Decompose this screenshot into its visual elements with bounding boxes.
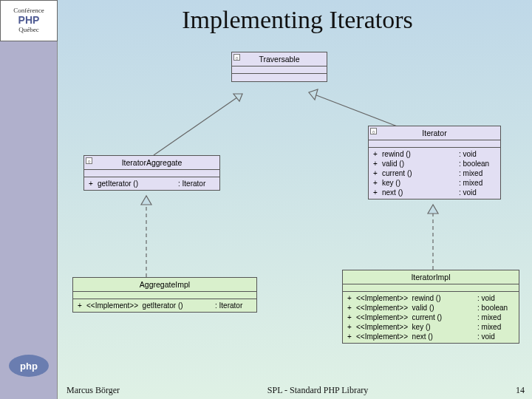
svg-marker-1 (309, 89, 318, 100)
uml-methods-aggregate-impl: + <<Implement>> getIterator () Iterator (73, 299, 256, 312)
pin-icon: ○ (233, 54, 240, 61)
uml-method-row: +<<Implement>> next ()void (346, 332, 516, 341)
uml-iterator-impl: IteratorImpl +<<Implement>> rewind ()voi… (342, 270, 519, 344)
uml-method-row: +<<Implement>> valid ()boolean (346, 303, 516, 313)
php-logo-icon: php (9, 355, 49, 377)
uml-methods-iterator: +rewind ()void +valid ()boolean +current… (369, 148, 500, 199)
uml-diagram: ○ Traversable ○ IteratorAggregate + getI… (58, 41, 532, 378)
php-logo-text: php (20, 361, 38, 372)
uml-method-row: +key ()mixed (372, 178, 497, 188)
slide-footer: Marcus Börger SPL - Standard PHP Library… (66, 385, 525, 396)
conference-bottom: Québec (18, 27, 38, 34)
svg-marker-3 (428, 205, 438, 214)
uml-method-row: +valid ()boolean (372, 159, 497, 168)
uml-method-row: +<<Implement>> key ()mixed (346, 322, 516, 332)
uml-iterator-aggregate: ○ IteratorAggregate + getIterator () Ite… (83, 155, 220, 191)
svg-marker-0 (233, 94, 242, 101)
sidebar: Conférence PHP Québec php (0, 0, 58, 399)
uml-name: Traversable (259, 55, 299, 64)
uml-name: IteratorAggregate (122, 158, 183, 167)
uml-method-row: +<<Implement>> current ()mixed (346, 313, 516, 322)
uml-methods-iterator-aggregate: + getIterator () Iterator (84, 177, 219, 190)
uml-name: Iterator (422, 129, 446, 137)
uml-method-row: +current ()mixed (372, 168, 497, 178)
footer-center: SPL - Standard PHP Library (120, 385, 516, 396)
pin-icon: ○ (370, 128, 377, 134)
uml-iterator: ○ Iterator +rewind ()void +valid ()boole… (368, 126, 501, 200)
uml-method-row: + getIterator () Iterator (87, 179, 216, 188)
uml-method-row: +<<Implement>> rewind ()void (346, 293, 516, 303)
uml-method-row: +next ()void (372, 188, 497, 197)
uml-methods-iterator-impl: +<<Implement>> rewind ()void +<<Implemen… (343, 292, 519, 343)
svg-marker-2 (141, 196, 151, 205)
uml-name: AggregateImpl (140, 280, 190, 289)
uml-aggregate-impl: AggregateImpl + <<Implement>> getIterato… (72, 277, 257, 313)
uml-method-row: +rewind ()void (372, 149, 497, 159)
uml-traversable: ○ Traversable (231, 52, 327, 82)
footer-page: 14 (516, 385, 525, 396)
uml-method-row: + <<Implement>> getIterator () Iterator (76, 301, 253, 310)
conference-brand: PHP (18, 15, 40, 26)
uml-name: IteratorImpl (411, 273, 450, 282)
pin-icon: ○ (86, 157, 92, 164)
conference-logo: Conférence PHP Québec (0, 0, 58, 41)
slide-title: Implementing Iterators (70, 6, 525, 34)
footer-author: Marcus Börger (66, 385, 120, 396)
